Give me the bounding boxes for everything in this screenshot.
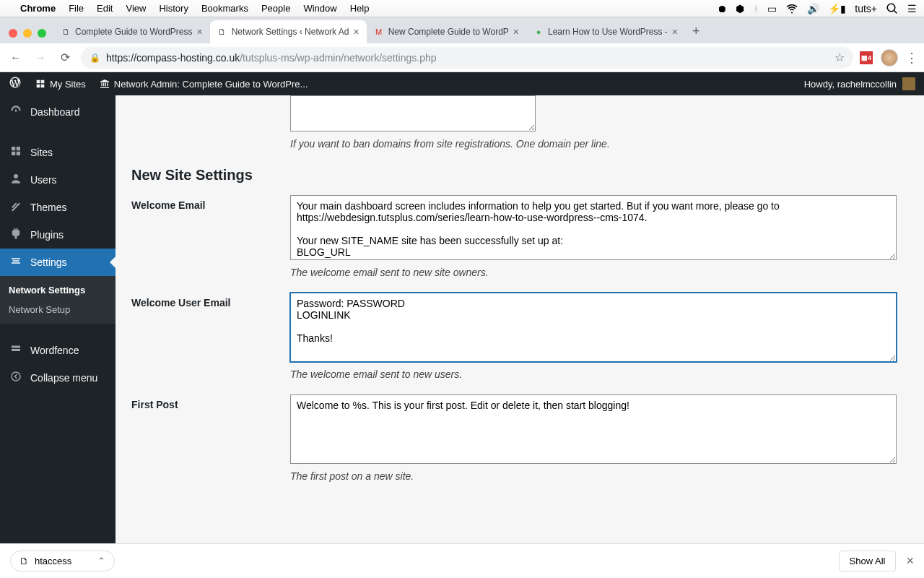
settings-submenu: Network Settings Network Setup [0,276,116,324]
show-all-button[interactable]: Show All [839,551,897,571]
sidebar-item-themes[interactable]: Themes [0,194,116,221]
network-admin-link[interactable]: Network Admin: Complete Guide to WordPre… [99,78,308,90]
sidebar-label: Wordfence [30,345,79,356]
browser-tab[interactable]: 🗋 Network Settings ‹ Network Ad × [210,20,367,43]
new-tab-button[interactable]: + [685,24,707,43]
tab-favicon-icon: 🗋 [217,27,227,37]
my-sites-link[interactable]: My Sites [35,78,86,90]
chrome-window: 🗋 Complete Guide to WordPress × 🗋 Networ… [0,17,924,72]
users-icon [9,172,23,188]
tab-title: Network Settings ‹ Network Ad [232,27,349,37]
sidebar-label: Themes [30,202,67,213]
window-close[interactable] [9,29,17,38]
tab-title: Complete Guide to WordPress [75,27,193,37]
plugins-icon [9,227,23,243]
menu-bookmarks[interactable]: Bookmarks [201,3,248,14]
collapse-icon [9,370,23,386]
address-bar[interactable]: 🔒 https://compass-hosting.co.uk/tutsplus… [81,47,853,69]
sidebar-label: Sites [30,147,53,158]
url-host: https://compass-hosting.co.uk [106,52,240,64]
menubar-list-icon[interactable]: ☰ [907,3,917,14]
sidebar-item-plugins[interactable]: Plugins [0,221,116,249]
submenu-network-setup[interactable]: Network Setup [0,300,116,319]
window-minimize[interactable] [23,29,32,38]
first-post-label: First Post [131,394,290,482]
nav-reload-button[interactable]: ⟳ [55,48,75,68]
window-controls [4,29,53,43]
url-path: /tutsplus-ms/wp-admin/network/settings.p… [240,52,436,64]
welcome-user-email-desc: The welcome email sent to new users. [290,368,897,380]
sidebar-item-users[interactable]: Users [0,166,116,194]
tab-close-icon[interactable]: × [197,26,203,38]
menu-file[interactable]: File [69,3,84,14]
sidebar-item-sites[interactable]: Sites [0,139,116,166]
welcome-user-email-label: Welcome User Email [131,293,290,380]
menu-help[interactable]: Help [350,3,370,14]
chrome-menu-icon[interactable]: ⋮ [905,50,918,66]
battery-icon[interactable]: ⚡▮ [828,3,846,14]
profile-avatar[interactable] [881,49,898,66]
sidebar-label: Users [30,174,57,186]
window-maximize[interactable] [38,29,46,38]
screenrecord-icon[interactable]: ⏺ [717,3,727,14]
welcome-email-desc: The welcome email sent to new site owner… [290,267,897,278]
sidebar-item-dashboard[interactable]: Dashboard [0,98,116,126]
menu-edit[interactable]: Edit [97,3,113,14]
welcome-user-email-textarea[interactable] [290,293,897,362]
bluetooth-icon[interactable]: ᚼ [753,3,759,14]
tab-title: New Complete Guide to WordP [388,27,509,37]
browser-tab[interactable]: M New Complete Guide to WordP × [367,20,526,43]
macos-menubar: Chrome File Edit View History Bookmarks … [0,0,924,17]
volume-icon[interactable]: 🔊 [807,3,819,14]
banned-domains-textarea[interactable] [290,95,536,131]
display-icon[interactable]: ▭ [767,3,777,14]
wifi-icon[interactable] [785,2,798,15]
sidebar-collapse[interactable]: Collapse menu [0,364,116,392]
dropbox-icon[interactable]: ⬢ [736,3,744,14]
close-downloads-icon[interactable]: × [906,553,914,569]
welcome-email-textarea[interactable] [290,195,897,260]
menu-people[interactable]: People [261,3,290,14]
menu-view[interactable]: View [126,3,146,14]
app-name[interactable]: Chrome [20,3,56,14]
network-admin-label: Network Admin: Complete Guide to WordPre… [114,79,308,90]
browser-tab[interactable]: ● Learn How to Use WordPress - × [526,20,685,43]
sites-icon [9,144,23,160]
sidebar-item-settings[interactable]: Settings [0,249,116,276]
sidebar-label: Dashboard [30,106,80,118]
themes-icon [9,199,23,215]
dashboard-icon [9,104,23,120]
tab-close-icon[interactable]: × [513,26,519,38]
howdy-text: Howdy, rachelmccollin [804,79,897,90]
nav-forward-button[interactable]: → [30,48,51,68]
user-menu[interactable]: Howdy, rachelmccollin [804,77,915,90]
admin-sidebar: Dashboard Sites Users Themes Plugins [0,95,116,543]
spotlight-icon[interactable] [886,2,899,15]
submenu-network-settings[interactable]: Network Settings [0,280,116,300]
section-heading: New Site Settings [131,167,908,184]
extension-icon[interactable]: ▦4 [859,51,873,65]
chrome-tabbar: 🗋 Complete Guide to WordPress × 🗋 Networ… [0,17,924,43]
first-post-textarea[interactable] [290,394,897,464]
downloads-bar: 🗋 htaccess ⌃ Show All × [0,543,924,578]
wordfence-icon [9,342,23,358]
menu-window[interactable]: Window [303,3,336,14]
welcome-email-label: Welcome Email [131,195,290,278]
svg-point-0 [12,372,20,381]
sidebar-item-wordfence[interactable]: Wordfence [0,337,116,364]
tab-favicon-icon: M [374,27,384,37]
download-item[interactable]: 🗋 htaccess ⌃ [10,551,115,571]
browser-tab[interactable]: 🗋 Complete Guide to WordPress × [53,20,210,43]
bookmark-star-icon[interactable]: ☆ [834,51,845,64]
tab-close-icon[interactable]: × [672,26,678,38]
sidebar-label: Plugins [30,229,64,241]
wordpress-logo-icon[interactable] [9,76,22,92]
menubar-label[interactable]: tuts+ [855,3,877,14]
user-avatar [902,77,915,90]
nav-back-button[interactable]: ← [6,48,26,68]
sidebar-label: Collapse menu [30,372,97,384]
chevron-up-icon[interactable]: ⌃ [97,556,105,566]
content-area: If you want to ban domains from site reg… [116,95,924,543]
tab-close-icon[interactable]: × [353,26,359,38]
menu-history[interactable]: History [159,3,188,14]
